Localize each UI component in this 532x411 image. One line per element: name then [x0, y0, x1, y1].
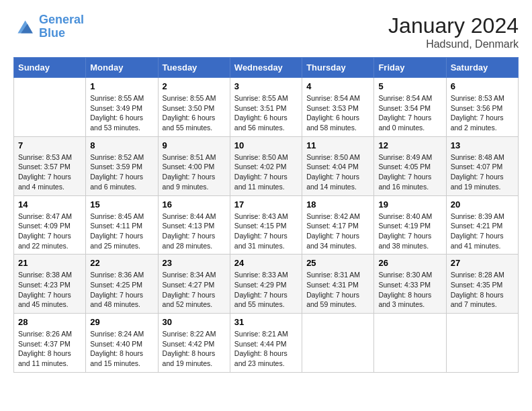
day-info: Sunrise: 8:44 AM Sunset: 4:13 PM Dayligh… [163, 212, 226, 251]
day-info: Sunrise: 8:42 AM Sunset: 4:17 PM Dayligh… [306, 212, 369, 251]
day-cell: 7Sunrise: 8:53 AM Sunset: 3:57 PM Daylig… [14, 136, 86, 195]
day-info: Sunrise: 8:54 AM Sunset: 3:54 PM Dayligh… [378, 93, 441, 133]
day-number: 9 [163, 140, 226, 150]
day-number: 10 [234, 140, 298, 150]
day-info: Sunrise: 8:48 AM Sunset: 4:07 PM Dayligh… [451, 152, 514, 192]
week-row-3: 21Sunrise: 8:38 AM Sunset: 4:23 PM Dayli… [14, 255, 519, 314]
day-cell [14, 78, 86, 137]
logo-text: General Blue [39, 13, 84, 40]
day-number: 7 [18, 140, 81, 150]
day-cell: 23Sunrise: 8:34 AM Sunset: 4:27 PM Dayli… [158, 255, 230, 314]
header-thursday: Thursday [302, 58, 374, 78]
week-row-2: 14Sunrise: 8:47 AM Sunset: 4:09 PM Dayli… [14, 195, 519, 255]
day-number: 13 [451, 140, 514, 150]
day-cell: 6Sunrise: 8:53 AM Sunset: 3:56 PM Daylig… [446, 78, 518, 137]
day-info: Sunrise: 8:51 AM Sunset: 4:00 PM Dayligh… [163, 152, 226, 192]
day-number: 19 [378, 199, 441, 210]
day-number: 29 [90, 317, 153, 327]
week-row-4: 28Sunrise: 8:26 AM Sunset: 4:37 PM Dayli… [14, 314, 519, 373]
day-number: 24 [234, 258, 298, 268]
day-cell: 26Sunrise: 8:30 AM Sunset: 4:33 PM Dayli… [374, 255, 446, 314]
day-cell: 17Sunrise: 8:43 AM Sunset: 4:15 PM Dayli… [230, 195, 302, 255]
day-cell: 13Sunrise: 8:48 AM Sunset: 4:07 PM Dayli… [446, 136, 518, 195]
week-row-0: 1Sunrise: 8:55 AM Sunset: 3:49 PM Daylig… [14, 78, 519, 137]
day-cell: 24Sunrise: 8:33 AM Sunset: 4:29 PM Dayli… [230, 255, 302, 314]
day-number: 18 [306, 199, 369, 210]
day-cell: 19Sunrise: 8:40 AM Sunset: 4:19 PM Dayli… [374, 195, 446, 255]
day-info: Sunrise: 8:31 AM Sunset: 4:31 PM Dayligh… [306, 270, 369, 310]
day-info: Sunrise: 8:26 AM Sunset: 4:37 PM Dayligh… [18, 329, 81, 369]
day-number: 31 [234, 317, 298, 327]
title-area: January 2024 Hadsund, Denmark [388, 13, 519, 50]
day-number: 21 [18, 258, 81, 268]
calendar-table: Sunday Monday Tuesday Wednesday Thursday… [13, 57, 519, 373]
day-info: Sunrise: 8:52 AM Sunset: 3:59 PM Dayligh… [90, 152, 153, 192]
header-sunday: Sunday [14, 58, 86, 78]
day-cell: 31Sunrise: 8:21 AM Sunset: 4:44 PM Dayli… [230, 314, 302, 373]
day-number: 11 [306, 140, 369, 150]
day-number: 5 [378, 81, 441, 91]
header-row: Sunday Monday Tuesday Wednesday Thursday… [14, 58, 519, 78]
day-number: 26 [378, 258, 441, 268]
day-number: 22 [90, 258, 153, 268]
logo-icon [13, 16, 35, 38]
header-saturday: Saturday [446, 58, 518, 78]
day-cell [302, 314, 374, 373]
day-cell: 15Sunrise: 8:45 AM Sunset: 4:11 PM Dayli… [86, 195, 158, 255]
day-number: 6 [451, 81, 514, 91]
day-info: Sunrise: 8:55 AM Sunset: 3:50 PM Dayligh… [163, 93, 226, 133]
week-row-1: 7Sunrise: 8:53 AM Sunset: 3:57 PM Daylig… [14, 136, 519, 195]
day-cell: 18Sunrise: 8:42 AM Sunset: 4:17 PM Dayli… [302, 195, 374, 255]
day-cell: 30Sunrise: 8:22 AM Sunset: 4:42 PM Dayli… [158, 314, 230, 373]
day-cell: 29Sunrise: 8:24 AM Sunset: 4:40 PM Dayli… [86, 314, 158, 373]
day-cell: 12Sunrise: 8:49 AM Sunset: 4:05 PM Dayli… [374, 136, 446, 195]
day-number: 15 [90, 199, 153, 210]
logo: General Blue [13, 13, 84, 40]
day-info: Sunrise: 8:47 AM Sunset: 4:09 PM Dayligh… [18, 212, 81, 251]
day-info: Sunrise: 8:38 AM Sunset: 4:23 PM Dayligh… [18, 270, 81, 310]
day-info: Sunrise: 8:55 AM Sunset: 3:49 PM Dayligh… [90, 93, 153, 133]
day-cell: 5Sunrise: 8:54 AM Sunset: 3:54 PM Daylig… [374, 78, 446, 137]
day-cell: 1Sunrise: 8:55 AM Sunset: 3:49 PM Daylig… [86, 78, 158, 137]
day-cell: 25Sunrise: 8:31 AM Sunset: 4:31 PM Dayli… [302, 255, 374, 314]
day-number: 4 [306, 81, 369, 91]
day-cell: 22Sunrise: 8:36 AM Sunset: 4:25 PM Dayli… [86, 255, 158, 314]
page-header: General Blue January 2024 Hadsund, Denma… [13, 13, 519, 50]
day-number: 23 [163, 258, 226, 268]
day-number: 2 [163, 81, 226, 91]
day-info: Sunrise: 8:54 AM Sunset: 3:53 PM Dayligh… [306, 93, 369, 133]
header-friday: Friday [374, 58, 446, 78]
day-number: 14 [18, 199, 81, 210]
day-number: 1 [90, 81, 153, 91]
logo-line2: Blue [39, 26, 65, 40]
day-number: 17 [234, 199, 298, 210]
location-title: Hadsund, Denmark [388, 38, 519, 50]
day-info: Sunrise: 8:50 AM Sunset: 4:04 PM Dayligh… [306, 152, 369, 192]
day-number: 25 [306, 258, 369, 268]
day-cell: 27Sunrise: 8:28 AM Sunset: 4:35 PM Dayli… [446, 255, 518, 314]
header-monday: Monday [86, 58, 158, 78]
day-info: Sunrise: 8:45 AM Sunset: 4:11 PM Dayligh… [90, 212, 153, 251]
day-number: 3 [234, 81, 298, 91]
day-number: 8 [90, 140, 153, 150]
logo-line1: General [39, 13, 84, 26]
day-cell [374, 314, 446, 373]
day-cell: 10Sunrise: 8:50 AM Sunset: 4:02 PM Dayli… [230, 136, 302, 195]
day-number: 12 [378, 140, 441, 150]
day-cell: 9Sunrise: 8:51 AM Sunset: 4:00 PM Daylig… [158, 136, 230, 195]
day-info: Sunrise: 8:55 AM Sunset: 3:51 PM Dayligh… [234, 93, 298, 133]
day-cell: 2Sunrise: 8:55 AM Sunset: 3:50 PM Daylig… [158, 78, 230, 137]
day-info: Sunrise: 8:40 AM Sunset: 4:19 PM Dayligh… [378, 212, 441, 251]
day-info: Sunrise: 8:53 AM Sunset: 3:57 PM Dayligh… [18, 152, 81, 192]
day-info: Sunrise: 8:22 AM Sunset: 4:42 PM Dayligh… [163, 329, 226, 369]
day-info: Sunrise: 8:50 AM Sunset: 4:02 PM Dayligh… [234, 152, 298, 192]
day-info: Sunrise: 8:43 AM Sunset: 4:15 PM Dayligh… [234, 212, 298, 251]
day-info: Sunrise: 8:24 AM Sunset: 4:40 PM Dayligh… [90, 329, 153, 369]
month-title: January 2024 [388, 13, 519, 38]
day-info: Sunrise: 8:36 AM Sunset: 4:25 PM Dayligh… [90, 270, 153, 310]
day-number: 28 [18, 317, 81, 327]
day-cell: 28Sunrise: 8:26 AM Sunset: 4:37 PM Dayli… [14, 314, 86, 373]
day-cell: 16Sunrise: 8:44 AM Sunset: 4:13 PM Dayli… [158, 195, 230, 255]
day-info: Sunrise: 8:53 AM Sunset: 3:56 PM Dayligh… [451, 93, 514, 133]
day-number: 20 [451, 199, 514, 210]
